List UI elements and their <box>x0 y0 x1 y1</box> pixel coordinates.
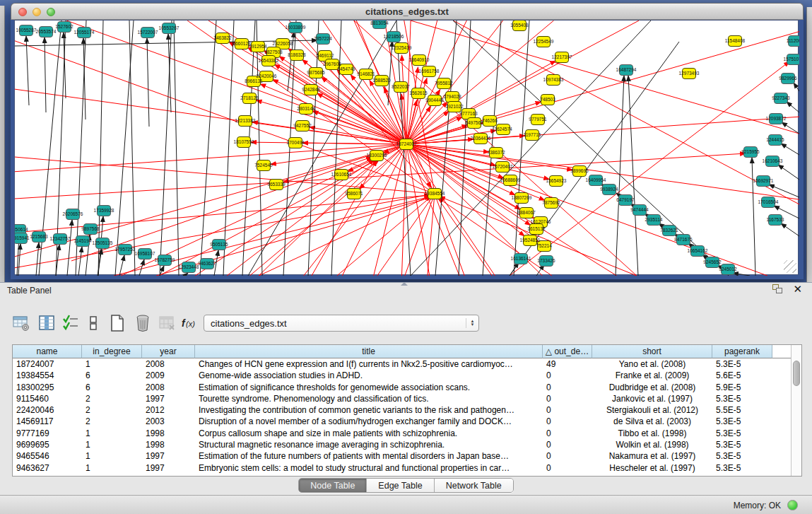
graph-edge <box>794 83 799 91</box>
table-row[interactable]: 977716911998Corpus callosum shape and si… <box>13 428 792 439</box>
network-graph: 1872400774638228660128591295423226058982… <box>15 21 799 276</box>
graph-node-label: 16958107 <box>135 251 155 256</box>
network-table-selector[interactable]: citations_edges.txt ▲▼ <box>204 315 479 332</box>
tab-network-table[interactable]: Network Table <box>435 479 513 492</box>
function-builder-icon[interactable]: f (x) <box>180 313 199 334</box>
table-cell: Structural magnetic resonance image aver… <box>195 439 543 450</box>
create-column-icon[interactable] <box>107 313 127 334</box>
graph-node-label: 8522037 <box>392 84 410 89</box>
graph-edge <box>15 144 406 172</box>
table-cell: 6 <box>82 370 142 381</box>
network-canvas[interactable]: 1872400774638228660128591295423226058982… <box>14 20 799 275</box>
graph-node-label: 16720407 <box>493 164 513 169</box>
graph-node-label: 5912954 <box>249 44 267 49</box>
tab-node-table[interactable]: Node Table <box>299 479 367 492</box>
column-header-name[interactable]: name <box>13 345 82 358</box>
table-cell: Estimation of significance thresholds fo… <box>195 382 543 393</box>
table-cell: 5.3E-5 <box>712 416 772 427</box>
graph-edge <box>184 273 188 276</box>
table-row[interactable]: 1938455462009Genome-wide association stu… <box>13 370 792 381</box>
graph-node-label: 1615132 <box>527 226 546 231</box>
table-cell: Investigating the contribution of common… <box>195 404 543 416</box>
table-row[interactable]: 1456911722003Disruption of a novel membe… <box>13 416 792 427</box>
deselect-all-icon[interactable] <box>83 313 103 334</box>
scrollbar-thumb[interactable] <box>793 361 800 386</box>
graph-node-label: 9505135 <box>210 242 228 247</box>
delete-column-icon[interactable] <box>133 313 153 334</box>
table-row[interactable]: 946362711997Embryonic stem cells: a mode… <box>13 462 792 474</box>
table-cell: 19384554 <box>13 370 82 381</box>
graph-node-label: 9884067 <box>517 210 536 215</box>
table-cell: 0 <box>543 462 592 474</box>
resize-grip[interactable] <box>784 260 796 273</box>
column-header-title[interactable]: title <box>195 345 543 358</box>
table-row[interactable]: 1830029562008Estimation of significance … <box>13 382 792 393</box>
graph-edge <box>139 259 144 276</box>
table-cell: 1 <box>82 358 142 370</box>
table-options-icon[interactable] <box>11 313 31 334</box>
column-header-year[interactable]: year <box>142 345 195 358</box>
table-row[interactable]: 2242004622012Investigating the contribut… <box>13 404 792 416</box>
graph-node-label: 16033809 <box>286 25 306 30</box>
graph-edge <box>787 102 799 112</box>
graph-node-label: 1244415 <box>766 137 784 142</box>
column-header-out_de[interactable]: △ out_de… <box>543 345 592 358</box>
table-cell: 5.9E-5 <box>712 382 772 393</box>
show-columns-icon[interactable] <box>37 313 57 334</box>
column-header-in_degree[interactable]: in_degree <box>82 345 142 358</box>
graph-edge <box>223 21 234 276</box>
table-cell: 9699695 <box>13 439 82 450</box>
table-cell: 1997 <box>142 393 195 404</box>
column-header-short[interactable]: short <box>592 345 712 358</box>
table-cell: 5.3E-5 <box>712 439 772 450</box>
graph-edge <box>778 165 799 180</box>
table-cell: 14569117 <box>13 416 82 427</box>
table-cell: 0 <box>543 370 592 381</box>
vertical-scrollbar[interactable] <box>791 345 801 476</box>
window-title: citations_edges.txt <box>11 6 803 17</box>
graph-node-label: 17016504 <box>758 199 779 204</box>
graph-node-label: 8215955 <box>741 149 760 154</box>
graph-edge <box>781 223 799 236</box>
graph-edge <box>260 84 406 144</box>
column-header-pagerank[interactable]: pagerank <box>712 345 772 358</box>
tab-edge-table[interactable]: Edge Table <box>367 479 434 492</box>
window-titlebar[interactable]: citations_edges.txt <box>11 3 804 20</box>
graph-node-label: 6794028 <box>443 94 461 99</box>
table-row[interactable]: 1872400712008Changes of HCN gene express… <box>13 358 792 370</box>
table-cell: 2 <box>82 393 142 404</box>
graph-node-label: 18300295 <box>367 153 387 158</box>
table-cell: 5.5E-5 <box>712 404 772 416</box>
graph-node-label: 9474444 <box>630 207 649 212</box>
table-cell: de Silva et al. (2003) <box>592 416 712 427</box>
table-cell: 9463627 <box>13 462 82 474</box>
node-table: namein_degreeyeartitle△ out_de…shortpage… <box>12 344 802 477</box>
table-cell: 49 <box>543 358 592 370</box>
float-panel-icon[interactable] <box>772 284 783 294</box>
graph-edge <box>119 255 124 276</box>
graph-edge <box>129 21 135 276</box>
table-cell: 9465546 <box>13 450 82 462</box>
table-cell: Genome-wide association studies in ADHD. <box>195 370 543 381</box>
table-row[interactable]: 969969511998Structural magnetic resonanc… <box>13 439 792 450</box>
graph-node-label: 7463822 <box>213 35 232 40</box>
graph-node-label: 752214 <box>536 243 552 248</box>
graph-node-label: 9227343 <box>772 95 790 100</box>
graph-node-label: 1921022 <box>445 104 464 109</box>
graph-edge <box>374 144 406 276</box>
table-cell: Embryonic stem cells: a model to study s… <box>195 462 543 474</box>
table-row[interactable]: 946554611997Estimation of the future num… <box>13 450 792 462</box>
delete-table-icon <box>157 313 177 334</box>
graph-edge <box>98 21 103 276</box>
graph-node-label: 3915941 <box>15 235 30 240</box>
graph-node-label: 9242848 <box>302 87 320 92</box>
graph-node-label: 18724007 <box>396 141 417 146</box>
table-panel: Table Panel ✕ <box>0 282 812 495</box>
graph-edge <box>200 21 216 276</box>
graph-node-label: 1562615 <box>409 90 428 95</box>
select-all-icon[interactable] <box>61 313 81 334</box>
table-cell: Franke et al. (2009) <box>592 370 712 381</box>
graph-node-label: 8471676 <box>674 237 693 242</box>
table-row[interactable]: 911546021997Tourette syndrome. Phenomeno… <box>13 393 792 404</box>
close-panel-icon[interactable]: ✕ <box>793 284 802 294</box>
